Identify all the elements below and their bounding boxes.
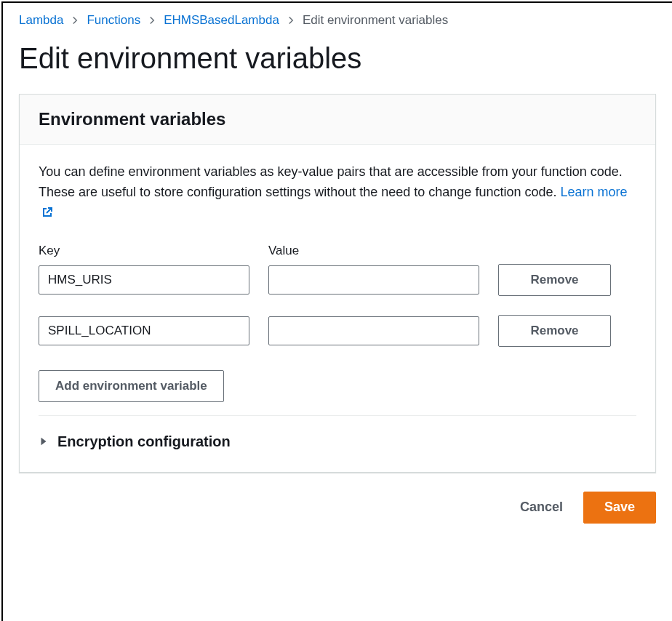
panel-title: Environment variables [39, 109, 636, 129]
divider [39, 415, 636, 416]
remove-button[interactable]: Remove [498, 315, 611, 347]
breadcrumb-link-lambda[interactable]: Lambda [19, 13, 63, 28]
breadcrumb-current: Edit environment variables [303, 13, 448, 28]
page-title: Edit environment variables [19, 42, 656, 75]
env-vars-grid: Key Value Remove Remove [39, 244, 636, 347]
panel-header: Environment variables [20, 95, 655, 145]
env-value-input[interactable] [268, 265, 479, 295]
breadcrumb: Lambda Functions EHMSBasedLambda Edit en… [19, 13, 656, 28]
cancel-button[interactable]: Cancel [511, 494, 572, 521]
page-wrapper: Lambda Functions EHMSBasedLambda Edit en… [1, 1, 672, 621]
remove-button[interactable]: Remove [498, 264, 611, 296]
env-key-input[interactable] [39, 265, 249, 295]
encryption-config-label: Encryption configuration [57, 433, 231, 450]
chevron-right-icon [287, 16, 295, 25]
caret-right-icon [39, 436, 49, 446]
save-button[interactable]: Save [583, 492, 656, 524]
breadcrumb-link-functions[interactable]: Functions [87, 13, 140, 28]
add-env-var-button[interactable]: Add environment variable [39, 370, 224, 402]
key-column-header: Key [39, 244, 249, 258]
panel-body: You can define environment variables as … [20, 145, 655, 472]
breadcrumb-link-function-name[interactable]: EHMSBasedLambda [164, 13, 279, 28]
encryption-config-expander[interactable]: Encryption configuration [39, 433, 636, 450]
external-link-icon [41, 204, 53, 225]
env-key-input[interactable] [39, 316, 249, 345]
value-column-header: Value [268, 244, 479, 258]
chevron-right-icon [71, 16, 79, 25]
chevron-right-icon [148, 16, 156, 25]
env-value-input[interactable] [268, 316, 479, 345]
form-actions: Cancel Save [19, 492, 656, 524]
env-vars-panel: Environment variables You can define env… [19, 94, 656, 473]
panel-description: You can define environment variables as … [39, 162, 636, 225]
description-text: You can define environment variables as … [39, 164, 623, 199]
